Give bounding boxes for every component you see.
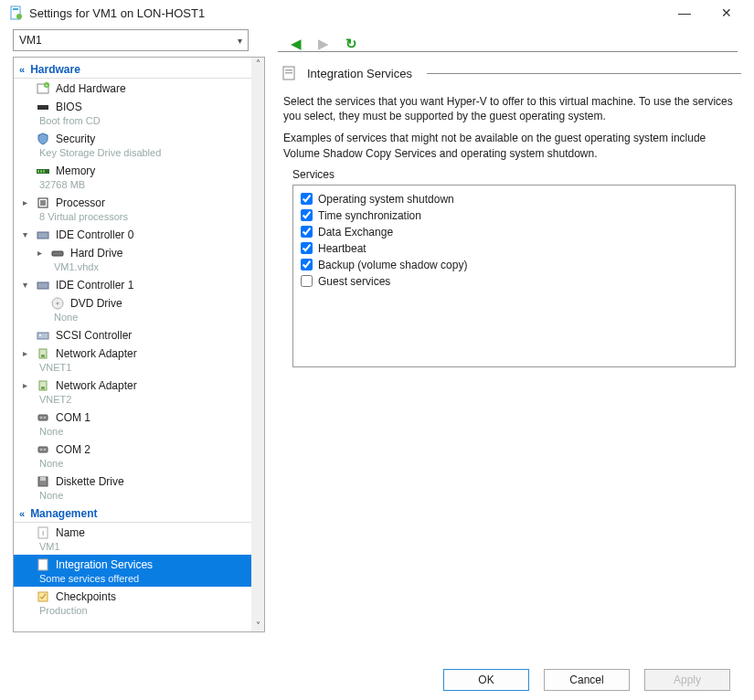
minimize-button[interactable]: —: [666, 5, 703, 20]
svg-rect-34: [38, 559, 48, 570]
tree-item-diskette[interactable]: Diskette DriveNone: [14, 472, 251, 504]
close-button[interactable]: ✕: [708, 5, 745, 20]
svg-rect-21: [41, 355, 45, 357]
floppy-icon: [36, 474, 50, 489]
tree-item-label: COM 1: [56, 411, 90, 424]
svg-rect-8: [37, 170, 39, 173]
service-label: Time synchronization: [318, 209, 421, 222]
ram-icon: [36, 164, 50, 178]
tree-item-sublabel: None: [14, 490, 251, 504]
service-label: Guest services: [318, 275, 390, 288]
section-title: Management: [30, 507, 97, 520]
tree-item-label: IDE Controller 1: [56, 279, 133, 292]
service-checkbox[interactable]: [301, 275, 313, 287]
svg-rect-1: [13, 8, 18, 10]
expander-icon[interactable]: ▸: [19, 348, 30, 359]
tree-item-com1[interactable]: COM 1None: [14, 408, 251, 440]
tree-item-sublabel: 8 Virtual processors: [14, 211, 251, 225]
refresh-icon[interactable]: ↻: [345, 37, 357, 50]
tree-item-label: IDE Controller 0: [56, 228, 133, 241]
service-item[interactable]: Backup (volume shadow copy): [301, 257, 727, 273]
expander-icon[interactable]: ▸: [34, 248, 45, 259]
service-label: Heartbeat: [318, 242, 366, 255]
tree-item-sublabel: Key Storage Drive disabled: [14, 147, 251, 161]
tree-item-bios[interactable]: BIOSBoot from CD: [14, 97, 251, 129]
tree-item-name[interactable]: INameVM1: [14, 523, 251, 555]
chevron-down-icon: ▾: [238, 36, 242, 46]
tree-scrollbar[interactable]: ˄ ˅: [251, 58, 264, 631]
tree-item-com2[interactable]: COM 2None: [14, 440, 251, 472]
service-label: Data Exchange: [318, 226, 393, 239]
nav-back-icon[interactable]: ◀: [291, 37, 302, 50]
tree-item-label: Diskette Drive: [56, 475, 124, 488]
scroll-up-icon[interactable]: ˄: [256, 58, 260, 69]
dialog-footer: OK Cancel Apply: [443, 669, 730, 691]
tree-item-label: Name: [56, 526, 85, 539]
integration-services-icon: [281, 65, 298, 81]
tree-item-label: Integration Services: [56, 558, 153, 571]
vm-selector[interactable]: VM1 ▾: [13, 29, 249, 51]
chk-icon: [36, 589, 50, 604]
svg-rect-23: [41, 387, 45, 389]
service-checkbox[interactable]: [301, 259, 313, 270]
tree-item-nic2[interactable]: ▸Network AdapterVNET2: [14, 376, 251, 408]
tree-item-label: Memory: [56, 164, 95, 177]
service-checkbox[interactable]: [301, 242, 313, 254]
tree-item-memory[interactable]: Memory32768 MB: [14, 161, 251, 193]
expander-icon[interactable]: ▸: [19, 197, 30, 208]
app-icon: [9, 5, 24, 20]
service-checkbox[interactable]: [301, 226, 313, 238]
pane-description-1: Select the services that you want Hyper-…: [283, 94, 736, 123]
nic-icon: [36, 346, 50, 361]
expander-icon[interactable]: ▾: [19, 229, 30, 240]
scroll-down-icon[interactable]: ˅: [256, 620, 260, 631]
tree-item-add-hw[interactable]: +Add Hardware: [14, 79, 251, 97]
service-item[interactable]: Data Exchange: [301, 224, 727, 240]
service-item[interactable]: Time synchronization: [301, 207, 727, 224]
svg-rect-27: [38, 447, 48, 452]
tree-item-label: Processor: [56, 196, 105, 209]
tree-item-ide0[interactable]: ▾IDE Controller 0: [14, 225, 251, 243]
tree-item-hd[interactable]: ▸Hard DriveVM1.vhdx: [14, 243, 251, 275]
tree-item-sublabel: None: [14, 458, 251, 472]
tree-item-label: Security: [56, 133, 95, 145]
tree-item-sublabel: None: [14, 312, 251, 325]
svg-rect-38: [285, 72, 292, 74]
section-header-hardware[interactable]: «Hardware: [14, 59, 251, 79]
section-title: Hardware: [30, 63, 80, 76]
tree-item-label: BIOS: [56, 101, 82, 113]
tree-item-ide1[interactable]: ▾IDE Controller 1: [14, 275, 251, 293]
service-item[interactable]: Operating system shutdown: [301, 191, 727, 207]
service-item[interactable]: Guest services: [301, 273, 727, 290]
tree-item-label: COM 2: [56, 443, 90, 456]
expander-icon[interactable]: ▾: [19, 280, 30, 291]
tree-item-integ[interactable]: Integration ServicesSome services offere…: [14, 555, 251, 587]
svg-point-29: [44, 449, 46, 451]
svg-point-2: [16, 14, 22, 19]
tree-item-label: Hard Drive: [70, 247, 122, 260]
svg-text:I: I: [42, 529, 44, 537]
vm-selector-value: VM1: [19, 34, 42, 47]
tree-item-nic1[interactable]: ▸Network AdapterVNET1: [14, 344, 251, 376]
expander-icon[interactable]: ▸: [19, 380, 30, 391]
detail-pane: ◀ ▶ ↻ Integration Services Select the se…: [278, 29, 741, 632]
service-checkbox[interactable]: [301, 209, 313, 221]
tree-item-processor[interactable]: ▸Processor8 Virtual processors: [14, 193, 251, 225]
window-titlebar: Settings for VM1 on LON-HOST1 — ✕: [0, 0, 754, 24]
tree-item-sublabel: VNET2: [14, 394, 251, 408]
cpu-icon: [36, 196, 50, 210]
shield-icon: [36, 132, 50, 146]
service-item[interactable]: Heartbeat: [301, 240, 727, 257]
ok-button[interactable]: OK: [443, 669, 529, 691]
tree-item-dvd[interactable]: DVD DriveNone: [14, 293, 251, 325]
svg-rect-9: [40, 170, 42, 173]
hdd-icon: [50, 246, 65, 260]
settings-tree: «Hardware+Add HardwareBIOSBoot from CDSe…: [13, 57, 265, 632]
tree-item-security[interactable]: SecurityKey Storage Drive disabled: [14, 129, 251, 161]
cancel-button[interactable]: Cancel: [544, 669, 630, 691]
tree-item-sublabel: VM1.vhdx: [14, 261, 251, 275]
tree-item-scsi[interactable]: SCSI Controller: [14, 325, 251, 344]
section-header-management[interactable]: «Management: [14, 504, 251, 523]
service-checkbox[interactable]: [301, 193, 313, 205]
tree-item-checkpoints[interactable]: CheckpointsProduction: [14, 587, 251, 619]
